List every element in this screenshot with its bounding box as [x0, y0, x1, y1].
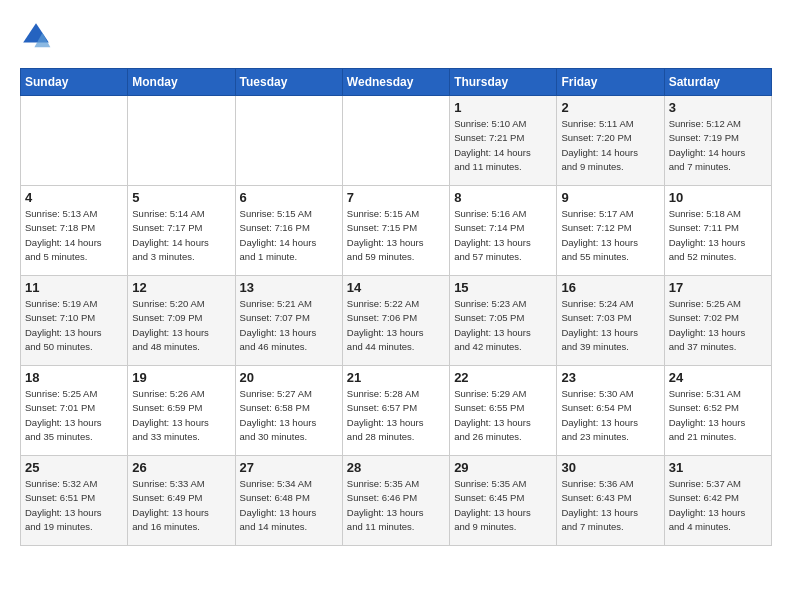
calendar-cell: 6Sunrise: 5:15 AMSunset: 7:16 PMDaylight…: [235, 186, 342, 276]
calendar-week-4: 25Sunrise: 5:32 AMSunset: 6:51 PMDayligh…: [21, 456, 772, 546]
day-number: 15: [454, 280, 552, 295]
calendar-cell: 29Sunrise: 5:35 AMSunset: 6:45 PMDayligh…: [450, 456, 557, 546]
calendar-cell: 3Sunrise: 5:12 AMSunset: 7:19 PMDaylight…: [664, 96, 771, 186]
calendar-cell: [128, 96, 235, 186]
day-info: Sunrise: 5:24 AMSunset: 7:03 PMDaylight:…: [561, 297, 659, 354]
calendar-cell: 27Sunrise: 5:34 AMSunset: 6:48 PMDayligh…: [235, 456, 342, 546]
calendar-cell: 15Sunrise: 5:23 AMSunset: 7:05 PMDayligh…: [450, 276, 557, 366]
calendar-cell: 20Sunrise: 5:27 AMSunset: 6:58 PMDayligh…: [235, 366, 342, 456]
calendar-cell: 21Sunrise: 5:28 AMSunset: 6:57 PMDayligh…: [342, 366, 449, 456]
day-info: Sunrise: 5:29 AMSunset: 6:55 PMDaylight:…: [454, 387, 552, 444]
calendar-cell: 11Sunrise: 5:19 AMSunset: 7:10 PMDayligh…: [21, 276, 128, 366]
day-info: Sunrise: 5:15 AMSunset: 7:16 PMDaylight:…: [240, 207, 338, 264]
header-sunday: Sunday: [21, 69, 128, 96]
calendar-cell: 22Sunrise: 5:29 AMSunset: 6:55 PMDayligh…: [450, 366, 557, 456]
day-info: Sunrise: 5:21 AMSunset: 7:07 PMDaylight:…: [240, 297, 338, 354]
day-number: 31: [669, 460, 767, 475]
day-number: 27: [240, 460, 338, 475]
day-info: Sunrise: 5:11 AMSunset: 7:20 PMDaylight:…: [561, 117, 659, 174]
day-info: Sunrise: 5:32 AMSunset: 6:51 PMDaylight:…: [25, 477, 123, 534]
day-info: Sunrise: 5:28 AMSunset: 6:57 PMDaylight:…: [347, 387, 445, 444]
day-number: 4: [25, 190, 123, 205]
calendar-cell: [21, 96, 128, 186]
header-friday: Friday: [557, 69, 664, 96]
day-info: Sunrise: 5:27 AMSunset: 6:58 PMDaylight:…: [240, 387, 338, 444]
calendar-cell: 8Sunrise: 5:16 AMSunset: 7:14 PMDaylight…: [450, 186, 557, 276]
calendar-cell: 31Sunrise: 5:37 AMSunset: 6:42 PMDayligh…: [664, 456, 771, 546]
day-number: 21: [347, 370, 445, 385]
day-number: 9: [561, 190, 659, 205]
logo-icon: [20, 20, 52, 52]
day-info: Sunrise: 5:33 AMSunset: 6:49 PMDaylight:…: [132, 477, 230, 534]
day-info: Sunrise: 5:26 AMSunset: 6:59 PMDaylight:…: [132, 387, 230, 444]
day-number: 18: [25, 370, 123, 385]
calendar-cell: 12Sunrise: 5:20 AMSunset: 7:09 PMDayligh…: [128, 276, 235, 366]
calendar-cell: 23Sunrise: 5:30 AMSunset: 6:54 PMDayligh…: [557, 366, 664, 456]
header-wednesday: Wednesday: [342, 69, 449, 96]
day-number: 5: [132, 190, 230, 205]
calendar-cell: 7Sunrise: 5:15 AMSunset: 7:15 PMDaylight…: [342, 186, 449, 276]
header-monday: Monday: [128, 69, 235, 96]
calendar-cell: 1Sunrise: 5:10 AMSunset: 7:21 PMDaylight…: [450, 96, 557, 186]
day-number: 8: [454, 190, 552, 205]
day-number: 24: [669, 370, 767, 385]
calendar-table: SundayMondayTuesdayWednesdayThursdayFrid…: [20, 68, 772, 546]
calendar-cell: 19Sunrise: 5:26 AMSunset: 6:59 PMDayligh…: [128, 366, 235, 456]
day-info: Sunrise: 5:25 AMSunset: 7:01 PMDaylight:…: [25, 387, 123, 444]
calendar-week-3: 18Sunrise: 5:25 AMSunset: 7:01 PMDayligh…: [21, 366, 772, 456]
day-info: Sunrise: 5:35 AMSunset: 6:46 PMDaylight:…: [347, 477, 445, 534]
day-info: Sunrise: 5:14 AMSunset: 7:17 PMDaylight:…: [132, 207, 230, 264]
day-number: 14: [347, 280, 445, 295]
day-info: Sunrise: 5:15 AMSunset: 7:15 PMDaylight:…: [347, 207, 445, 264]
day-number: 28: [347, 460, 445, 475]
header-tuesday: Tuesday: [235, 69, 342, 96]
day-info: Sunrise: 5:22 AMSunset: 7:06 PMDaylight:…: [347, 297, 445, 354]
calendar-cell: 25Sunrise: 5:32 AMSunset: 6:51 PMDayligh…: [21, 456, 128, 546]
day-info: Sunrise: 5:23 AMSunset: 7:05 PMDaylight:…: [454, 297, 552, 354]
day-info: Sunrise: 5:12 AMSunset: 7:19 PMDaylight:…: [669, 117, 767, 174]
calendar-cell: [235, 96, 342, 186]
calendar-cell: 16Sunrise: 5:24 AMSunset: 7:03 PMDayligh…: [557, 276, 664, 366]
day-info: Sunrise: 5:18 AMSunset: 7:11 PMDaylight:…: [669, 207, 767, 264]
day-info: Sunrise: 5:31 AMSunset: 6:52 PMDaylight:…: [669, 387, 767, 444]
day-number: 25: [25, 460, 123, 475]
day-info: Sunrise: 5:25 AMSunset: 7:02 PMDaylight:…: [669, 297, 767, 354]
day-number: 7: [347, 190, 445, 205]
day-info: Sunrise: 5:13 AMSunset: 7:18 PMDaylight:…: [25, 207, 123, 264]
day-number: 19: [132, 370, 230, 385]
day-number: 3: [669, 100, 767, 115]
calendar-cell: 17Sunrise: 5:25 AMSunset: 7:02 PMDayligh…: [664, 276, 771, 366]
day-number: 20: [240, 370, 338, 385]
calendar-cell: 9Sunrise: 5:17 AMSunset: 7:12 PMDaylight…: [557, 186, 664, 276]
day-number: 29: [454, 460, 552, 475]
day-number: 26: [132, 460, 230, 475]
day-info: Sunrise: 5:19 AMSunset: 7:10 PMDaylight:…: [25, 297, 123, 354]
calendar-week-0: 1Sunrise: 5:10 AMSunset: 7:21 PMDaylight…: [21, 96, 772, 186]
day-info: Sunrise: 5:35 AMSunset: 6:45 PMDaylight:…: [454, 477, 552, 534]
day-info: Sunrise: 5:30 AMSunset: 6:54 PMDaylight:…: [561, 387, 659, 444]
calendar-cell: 14Sunrise: 5:22 AMSunset: 7:06 PMDayligh…: [342, 276, 449, 366]
calendar-cell: 28Sunrise: 5:35 AMSunset: 6:46 PMDayligh…: [342, 456, 449, 546]
logo: [20, 20, 56, 52]
day-number: 6: [240, 190, 338, 205]
day-number: 11: [25, 280, 123, 295]
calendar-cell: 13Sunrise: 5:21 AMSunset: 7:07 PMDayligh…: [235, 276, 342, 366]
calendar-cell: 18Sunrise: 5:25 AMSunset: 7:01 PMDayligh…: [21, 366, 128, 456]
day-number: 17: [669, 280, 767, 295]
day-number: 23: [561, 370, 659, 385]
header-saturday: Saturday: [664, 69, 771, 96]
day-info: Sunrise: 5:36 AMSunset: 6:43 PMDaylight:…: [561, 477, 659, 534]
calendar-cell: 30Sunrise: 5:36 AMSunset: 6:43 PMDayligh…: [557, 456, 664, 546]
day-number: 1: [454, 100, 552, 115]
calendar-cell: 26Sunrise: 5:33 AMSunset: 6:49 PMDayligh…: [128, 456, 235, 546]
day-number: 10: [669, 190, 767, 205]
day-info: Sunrise: 5:10 AMSunset: 7:21 PMDaylight:…: [454, 117, 552, 174]
calendar-cell: 4Sunrise: 5:13 AMSunset: 7:18 PMDaylight…: [21, 186, 128, 276]
header-thursday: Thursday: [450, 69, 557, 96]
day-info: Sunrise: 5:34 AMSunset: 6:48 PMDaylight:…: [240, 477, 338, 534]
calendar-cell: 24Sunrise: 5:31 AMSunset: 6:52 PMDayligh…: [664, 366, 771, 456]
day-info: Sunrise: 5:20 AMSunset: 7:09 PMDaylight:…: [132, 297, 230, 354]
day-number: 12: [132, 280, 230, 295]
day-number: 30: [561, 460, 659, 475]
calendar-cell: 2Sunrise: 5:11 AMSunset: 7:20 PMDaylight…: [557, 96, 664, 186]
